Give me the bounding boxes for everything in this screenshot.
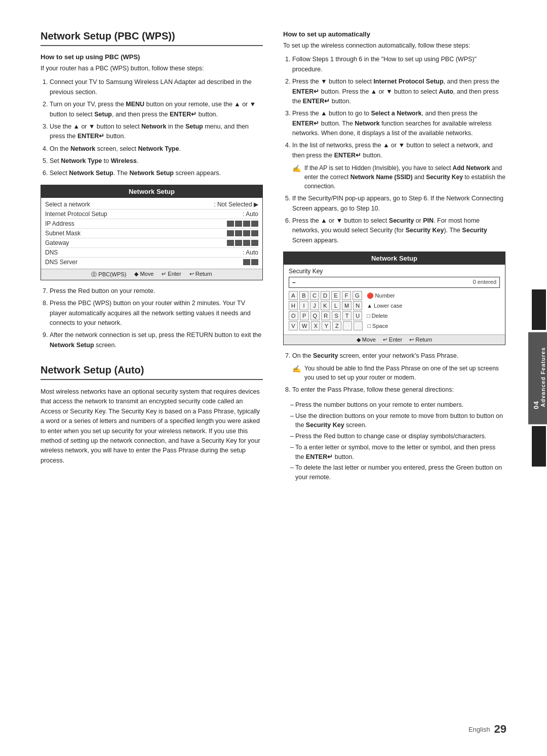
- step-5: Set Network Type to Wireless.: [50, 156, 263, 166]
- dns-pixels: [243, 259, 258, 265]
- note-passphrase: You should be able to find the Pass Phra…: [292, 364, 505, 382]
- network-row-dns: DNS : Auto: [45, 248, 258, 258]
- security-footer: ◆ Move ↵ Enter ↩ Return: [284, 334, 505, 345]
- direction-3: Press the Red button to change case or d…: [290, 432, 505, 441]
- section1-title: Network Setup (PBC (WPS)): [41, 30, 263, 46]
- network-setup-footer: ⓪ PBC(WPS) ◆ Move ↵ Enter ↩ Return: [41, 269, 262, 280]
- auto-steps-list: Follow Steps 1 through 6 in the "How to …: [283, 55, 505, 245]
- side-tab: 04 Advanced Features: [531, 0, 547, 756]
- step-8: Press the PBC (WPS) button on your route…: [50, 299, 263, 328]
- auto-step-3: Press the ▲ button to go to Select a Net…: [292, 109, 505, 138]
- main-content: Network Setup (PBC (WPS)) How to set up …: [0, 0, 531, 756]
- key-dash: –: [292, 279, 296, 286]
- step-2: Turn on your TV, press the MENU button o…: [50, 100, 263, 119]
- auto-intro: To set up the wireless connection automa…: [283, 41, 505, 51]
- key-row-vz: V W X Y Z □ Space: [289, 321, 500, 330]
- network-row-ip: IP Address: [45, 219, 258, 229]
- auto-step-5: If the Security/PIN pop-up appears, go t…: [292, 194, 505, 214]
- network-row-dns-server: DNS Server: [45, 258, 258, 267]
- network-setup-header: Network Setup: [41, 185, 262, 198]
- auto-steps-7-8: On the Security screen, enter your netwo…: [283, 351, 505, 395]
- auto-step-1: Follow Steps 1 through 6 in the "How to …: [292, 55, 505, 74]
- right-column: How to set up automatically To set up th…: [283, 30, 505, 726]
- network-row-gateway: Gateway: [45, 238, 258, 248]
- steps-7-9: Press the Red button on your remote. Pre…: [41, 286, 263, 350]
- subsection-pbc: How to set up using PBC (WPS): [41, 53, 263, 61]
- subnet-pixels: [227, 230, 258, 236]
- network-row-select: Select a network : Not Selected ▶: [45, 200, 258, 209]
- security-box: Network Setup Security Key – 0 entered A…: [283, 251, 505, 345]
- step-4: On the Network screen, select Network Ty…: [50, 144, 263, 154]
- section1-intro: If your router has a PBC (WPS) button, f…: [41, 64, 263, 73]
- key-entered: 0 entered: [473, 279, 496, 286]
- left-column: Network Setup (PBC (WPS)) How to set up …: [41, 30, 263, 726]
- page-container: Network Setup (PBC (WPS)) How to set up …: [0, 0, 547, 756]
- security-key-label: Security Key: [289, 268, 500, 275]
- step-7: Press the Red button on your remote.: [50, 286, 263, 296]
- directions-list: Press the number buttons on your remote …: [283, 400, 505, 482]
- network-row-subnet: Subnet Mask: [45, 229, 258, 238]
- direction-2: Use the direction buttons on your remote…: [290, 411, 505, 431]
- direction-1: Press the number buttons on your remote …: [290, 400, 505, 410]
- auto-step-6: Press the ▲ or ▼ button to select Securi…: [292, 216, 505, 245]
- section2: Network Setup (Auto) Most wireless netwo…: [41, 364, 263, 466]
- side-black-bar-top: [532, 289, 546, 330]
- chapter-label: 04 Advanced Features: [528, 332, 548, 424]
- auto-step-7: On the Security screen, enter your netwo…: [292, 351, 505, 382]
- key-row-ag: A B C D E F G 🔴 Number: [289, 291, 500, 300]
- network-row-protocol: Internet Protocol Setup : Auto: [45, 209, 258, 219]
- auto-step-4: In the list of networks, press the ▲ or …: [292, 141, 505, 191]
- language-text: English: [468, 726, 490, 733]
- section2-intro: Most wireless networks have an optional …: [41, 387, 263, 466]
- ip-pixels: [227, 221, 258, 227]
- side-black-bar-bottom: [532, 426, 546, 467]
- step-3: Use the ▲ or ▼ button to select Network …: [50, 122, 263, 142]
- network-setup-box: Network Setup Select a network : Not Sel…: [41, 185, 263, 280]
- key-row-ou: O P Q R S T U □ Delete: [289, 311, 500, 320]
- auto-subsection-title: How to set up automatically: [283, 30, 505, 38]
- note-hidden: If the AP is set to Hidden (Invisible), …: [292, 163, 505, 191]
- auto-step-8: To enter the Pass Phrase, follow these g…: [292, 385, 505, 395]
- page-number-bar: English 29: [468, 723, 506, 736]
- security-header: Network Setup: [284, 252, 505, 265]
- section2-title: Network Setup (Auto): [41, 364, 263, 380]
- section1-steps-list: Connect your TV to Samsung Wireless LAN …: [41, 77, 263, 178]
- security-body: Security Key – 0 entered A B C D E F G: [284, 265, 505, 334]
- key-row-hn: H I J K L M N ▲ Lower case: [289, 301, 500, 310]
- auto-step-2: Press the ▼ button to select Internet Pr…: [292, 77, 505, 106]
- gateway-pixels: [227, 240, 258, 246]
- network-setup-body: Select a network : Not Selected ▶ Intern…: [41, 198, 262, 269]
- step-9: After the network connection is set up, …: [50, 330, 263, 350]
- step-1: Connect your TV to Samsung Wireless LAN …: [50, 77, 263, 97]
- step-6: Select Network Setup. The Network Setup …: [50, 169, 263, 178]
- page-number: 29: [494, 723, 506, 736]
- direction-4: To a enter letter or symbol, move to the…: [290, 443, 505, 462]
- security-key-input: – 0 entered: [289, 277, 500, 288]
- direction-5: To delete the last letter or number you …: [290, 463, 505, 482]
